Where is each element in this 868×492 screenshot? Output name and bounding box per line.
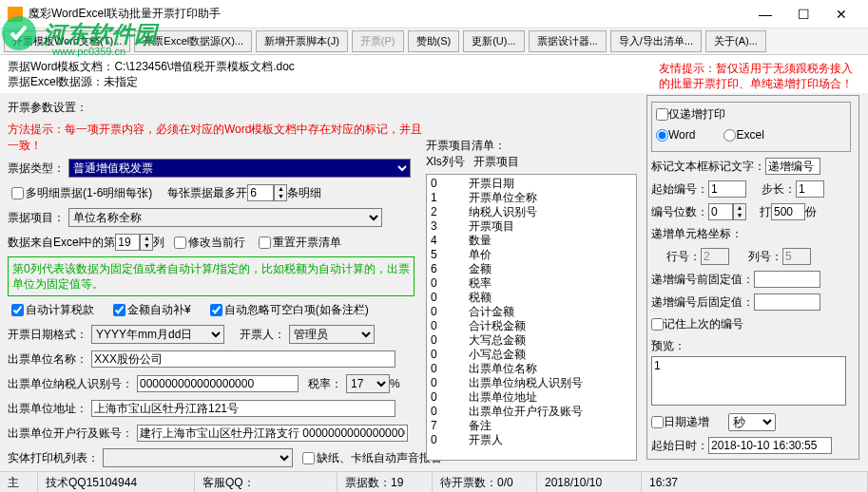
issuer-tax-label: 出票单位纳税人识别号： <box>8 376 133 392</box>
reset-list-checkbox[interactable] <box>259 237 271 249</box>
mark-text-label: 标记文本框标记文字： <box>651 159 765 175</box>
start-datetime-label: 起始日时： <box>651 438 708 454</box>
row-no-input <box>701 248 729 265</box>
word-template-label: 票据Word模板文档： <box>8 60 114 73</box>
auto-fill-zero-checkbox[interactable] <box>113 304 125 316</box>
preview-label: 预览： <box>651 339 685 352</box>
list-item[interactable]: 0税率 <box>431 276 632 291</box>
list-item[interactable]: 0合计金额 <box>431 305 632 319</box>
radio-excel-label: Excel <box>736 128 763 142</box>
ticket-type-select[interactable]: 普通增值税发票 <box>68 159 411 178</box>
list-item[interactable]: 7备注 <box>431 419 632 433</box>
right-panel: 仅递增打印 Word Excel 标记文本框标记文字： 起始编号： 步长： 编号… <box>646 95 859 460</box>
issuer-name-input[interactable] <box>91 350 395 368</box>
list-item[interactable]: 0出票单位纳税人识别号 <box>431 376 632 390</box>
date-inc-label: 日期递增 <box>664 414 709 430</box>
toolbar-sponsor-button[interactable]: 赞助(S) <box>408 30 460 52</box>
toolbar-about-button[interactable]: 关于(A)... <box>705 30 766 52</box>
data-from-suffix: 列 <box>153 235 164 251</box>
date-unit-select[interactable]: 秒 <box>728 413 776 431</box>
date-inc-checkbox[interactable] <box>651 416 664 428</box>
start-datetime-input[interactable] <box>708 437 832 454</box>
only-inc-print-label: 仅递增打印 <box>668 106 725 123</box>
printer-select[interactable] <box>103 448 293 467</box>
mid-header-col1: Xls列号 <box>426 154 473 170</box>
list-item[interactable]: 6金额 <box>431 262 632 276</box>
modify-first-checkbox[interactable] <box>174 237 186 249</box>
after-fixed-input[interactable] <box>754 293 820 311</box>
excel-source-value: 未指定 <box>104 75 138 88</box>
list-item[interactable]: 2纳税人识别号 <box>431 205 632 219</box>
ticket-item-select[interactable]: 单位名称全称 <box>68 208 382 227</box>
radio-word[interactable] <box>656 129 668 142</box>
data-from-input[interactable] <box>115 234 140 251</box>
only-inc-print-checkbox[interactable] <box>656 108 668 121</box>
toolbar-update-button[interactable]: 更新(U)... <box>463 30 524 52</box>
max-per-ticket-spinner[interactable]: ▲▼ <box>274 184 287 201</box>
data-from-spinner[interactable]: ▲▼ <box>140 234 153 251</box>
issuer-bank-input[interactable] <box>137 425 408 442</box>
excel-source-label: 票据Excel数据源： <box>8 75 104 88</box>
list-item[interactable]: 0出票单位地址 <box>431 390 632 405</box>
list-item[interactable]: 5单价 <box>431 248 632 262</box>
start-no-input[interactable] <box>708 180 746 198</box>
tax-rate-select[interactable]: 17 <box>346 374 390 393</box>
auto-tax-checkbox[interactable] <box>11 304 24 316</box>
issuer-addr-input[interactable] <box>91 400 395 417</box>
toolbar-add-script-button[interactable]: 新增开票脚本(J) <box>256 30 348 52</box>
toolbar-excel-source-button[interactable]: 开票Excel数据源(X)... <box>134 30 252 52</box>
no-digits-spinner[interactable]: ▲▼ <box>733 203 746 220</box>
remember-last-checkbox[interactable] <box>651 318 664 331</box>
list-item[interactable]: 0开票人 <box>431 433 632 447</box>
sb-service-qq: 客服QQ： <box>195 472 338 493</box>
maximize-button[interactable]: ☐ <box>784 1 822 28</box>
toolbar-word-template-button[interactable]: 开票模板Word文档(T)... <box>4 30 130 52</box>
ticket-type-label: 票据类型： <box>8 161 65 177</box>
toolbar: 开票模板Word文档(T)... 开票Excel数据源(X)... 新增开票脚本… <box>0 28 868 55</box>
before-fixed-input[interactable] <box>754 271 820 288</box>
invoicer-select[interactable]: 管理员 <box>289 325 375 344</box>
mid-list[interactable]: 0开票日期1开票单位全称2纳税人识别号3开票项目4数量5单价6金额0税率0税额0… <box>426 174 637 461</box>
list-item[interactable]: 0合计税金额 <box>431 319 632 333</box>
mid-title: 开票项目清单： <box>426 138 641 154</box>
list-item[interactable]: 0出票单位名称 <box>431 362 632 376</box>
list-item[interactable]: 0大写总金额 <box>431 333 632 348</box>
step-input[interactable] <box>796 180 824 198</box>
mid-header-col2: 开票项目 <box>473 155 519 168</box>
before-fixed-label: 递增编号前固定值： <box>651 272 754 288</box>
toolbar-import-export-button[interactable]: 导入/导出清单... <box>610 30 702 52</box>
sb-date: 2018/10/10 <box>537 472 642 493</box>
auto-ignore-blank-checkbox[interactable] <box>210 304 222 316</box>
max-per-ticket-input[interactable] <box>247 184 274 201</box>
mark-text-input[interactable] <box>765 158 820 175</box>
toolbar-designer-button[interactable]: 票据设计器... <box>529 30 607 52</box>
list-item[interactable]: 4数量 <box>431 234 632 248</box>
sb-time: 16:37 <box>642 472 868 493</box>
list-item[interactable]: 3开票项目 <box>431 219 632 234</box>
no-digits-input[interactable] <box>708 203 733 220</box>
friendly-tip: 友情提示：暂仅适用于无须跟税务接入的批量开票打印、单纯递增打印场合！ <box>659 61 860 91</box>
app-icon <box>8 7 23 22</box>
green-tip-box: 第0列代表该数据为固定值或者自动计算/指定的，比如税额为自动计算的，出票单位为固… <box>8 256 415 296</box>
date-format-select[interactable]: YYYY年mm月dd日 <box>91 325 224 344</box>
missing-paper-checkbox[interactable] <box>302 452 315 464</box>
toolbar-kaipiao-button[interactable]: 开票(P) <box>352 30 404 52</box>
minimize-button[interactable]: — <box>746 1 784 28</box>
list-item[interactable]: 0小写总金额 <box>431 348 632 362</box>
list-item[interactable]: 0开票日期 <box>431 177 632 191</box>
close-button[interactable]: ✕ <box>822 1 860 28</box>
list-item[interactable]: 0税额 <box>431 291 632 305</box>
radio-excel[interactable] <box>723 129 736 142</box>
max-per-ticket-label: 每张票据最多开 <box>167 185 247 201</box>
sb-home[interactable]: 主页 <box>0 472 38 493</box>
list-item[interactable]: 1开票单位全称 <box>431 191 632 205</box>
word-template-path: C:\123456\增值税开票模板文档.doc <box>114 60 294 73</box>
list-item[interactable]: 0出票单位开户行及账号 <box>431 405 632 419</box>
radio-word-label: Word <box>668 128 695 142</box>
printer-label: 实体打印机列表： <box>8 450 99 466</box>
issuer-name-label: 出票单位名称： <box>8 351 87 368</box>
issuer-addr-label: 出票单位地址： <box>8 401 87 417</box>
print-input[interactable] <box>771 203 805 220</box>
issuer-tax-input[interactable] <box>137 375 299 392</box>
detail-ticket-checkbox[interactable] <box>11 187 24 199</box>
